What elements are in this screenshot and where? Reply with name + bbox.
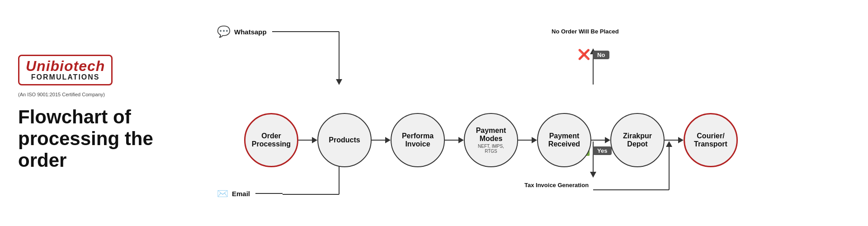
page-wrapper: Unibiotech FORMULATIONS (An ISO 9001:201… xyxy=(0,0,868,226)
node-performa-invoice: Performa Invoice xyxy=(391,113,445,167)
page-title: Flowchart of processing the order xyxy=(18,106,172,172)
arrow-1 xyxy=(298,137,317,143)
node-order-processing-label: Order Processing xyxy=(252,132,291,148)
whatsapp-section: 💬 Whatsapp xyxy=(217,25,299,38)
flowchart-area: 💬 Whatsapp ✉️ Email No Order Will Be Pla… xyxy=(172,9,850,217)
email-section: ✉️ Email xyxy=(217,188,283,199)
whatsapp-icon: 💬 xyxy=(217,25,231,38)
node-performa-invoice-label: Performa Invoice xyxy=(402,132,434,148)
node-zirakpur-depot: Zirakpur Depot xyxy=(610,113,665,167)
node-zirakpur-depot-label: Zirakpur Depot xyxy=(623,132,652,148)
node-payment-received: Payment Received xyxy=(537,113,591,167)
no-order-text: No Order Will Be Placed xyxy=(552,28,619,35)
node-products: Products xyxy=(317,113,372,167)
no-branch-badge: ❌ No xyxy=(578,49,609,61)
logo-subtitle: FORMULATIONS xyxy=(26,73,105,81)
node-payment-modes: PaymentModes NEFT, IMPS,RTGS xyxy=(464,113,518,167)
svg-marker-1 xyxy=(336,79,342,85)
arrow-4 xyxy=(518,137,537,143)
node-products-label: Products xyxy=(329,136,360,144)
arrow-5 xyxy=(591,137,610,143)
node-payment-modes-sub: NEFT, IMPS,RTGS xyxy=(478,144,504,154)
node-courier-transport: Courier/ Transport xyxy=(684,113,738,167)
email-line xyxy=(255,193,283,194)
node-order-processing: Order Processing xyxy=(244,113,298,167)
flowchart-main-row: Order Processing Products xyxy=(244,113,738,167)
node-payment-received-label: Payment Received xyxy=(548,132,580,148)
logo-box: Unibiotech FORMULATIONS xyxy=(18,55,113,85)
arrow-3 xyxy=(445,137,464,143)
whatsapp-label: Whatsapp xyxy=(234,28,267,36)
logo-brand: Unibiotech xyxy=(26,59,105,73)
logo-iso: (An ISO 9001:2015 Certified Company) xyxy=(18,92,105,97)
node-courier-transport-label: Courier/ Transport xyxy=(694,132,727,148)
no-badge: No xyxy=(593,51,609,59)
node-payment-modes-label: PaymentModes xyxy=(476,127,506,143)
arrow-2 xyxy=(372,137,391,143)
email-icon: ✉️ xyxy=(217,188,228,199)
arrow-6 xyxy=(665,137,684,143)
left-panel: Unibiotech FORMULATIONS (An ISO 9001:201… xyxy=(18,55,172,172)
tax-invoice-text: Tax Invoice Generation xyxy=(524,182,589,188)
no-icon: ❌ xyxy=(578,49,590,61)
whatsapp-line xyxy=(272,31,299,32)
email-label: Email xyxy=(232,190,250,198)
svg-marker-9 xyxy=(590,172,596,178)
